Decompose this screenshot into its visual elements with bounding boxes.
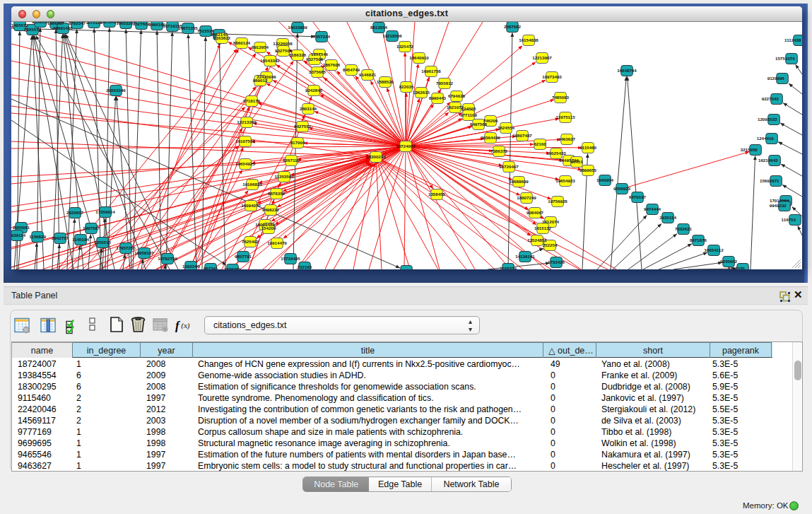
svg-text:1325472: 1325472	[396, 44, 414, 49]
svg-text:7625402: 7625402	[242, 239, 259, 244]
svg-text:7163822: 7163822	[213, 35, 231, 40]
svg-text:1733426: 1733426	[548, 259, 565, 264]
svg-text:1112438: 1112438	[784, 37, 801, 42]
svg-text:12213369: 12213369	[237, 119, 257, 124]
svg-text:10654112: 10654112	[704, 247, 724, 252]
svg-text:8813054: 8813054	[370, 25, 388, 30]
svg-text:9084067: 9084067	[526, 210, 544, 215]
svg-text:16154838: 16154838	[519, 37, 539, 42]
svg-text:9327508: 9327508	[306, 57, 324, 62]
svg-text:10807487: 10807487	[512, 133, 532, 138]
svg-text:20691406: 20691406	[53, 25, 73, 30]
svg-text:16094070: 16094070	[241, 203, 261, 208]
svg-text:1257546: 1257546	[311, 52, 329, 57]
svg-text:9242848: 9242848	[305, 88, 323, 93]
svg-text:16648764: 16648764	[617, 68, 637, 73]
svg-text:9115460: 9115460	[579, 145, 596, 150]
svg-text:989012: 989012	[253, 78, 268, 83]
svg-text:7357224: 7357224	[313, 34, 331, 39]
svg-text:9146821: 9146821	[359, 72, 377, 77]
svg-text:2718176: 2718176	[243, 98, 261, 103]
svg-text:16914479: 16914479	[267, 240, 287, 245]
svg-text:2020657: 2020657	[66, 210, 84, 215]
svg-text:1615132: 1615132	[534, 226, 552, 230]
svg-text:3215958: 3215958	[741, 147, 758, 152]
svg-text:1527602: 1527602	[133, 22, 151, 26]
svg-text:8186328: 8186328	[289, 52, 307, 57]
svg-text:1156829: 1156829	[29, 234, 46, 239]
svg-text:9498222: 9498222	[262, 207, 280, 212]
svg-text:9558923: 9558923	[613, 186, 631, 191]
svg-text:2055572: 2055572	[24, 27, 42, 32]
svg-text:62160: 62160	[534, 141, 546, 146]
svg-text:124505: 124505	[461, 106, 476, 111]
svg-text:987341: 987341	[204, 266, 218, 269]
svg-text:3624554: 3624554	[498, 125, 515, 130]
svg-text:19654923: 19654923	[555, 178, 575, 183]
svg-text:8792347: 8792347	[69, 22, 86, 25]
svg-text:20053346: 20053346	[106, 88, 126, 93]
svg-text:12213967: 12213967	[532, 55, 552, 60]
svg-text:1250515: 1250515	[94, 240, 112, 245]
svg-text:16107552: 16107552	[235, 139, 255, 144]
svg-text:18300213: 18300213	[366, 154, 386, 159]
svg-text:7386372: 7386372	[490, 148, 508, 153]
svg-text:15720407: 15720407	[499, 164, 519, 169]
svg-text:8878352: 8878352	[268, 191, 286, 196]
svg-text:2055061: 2055061	[13, 225, 30, 230]
svg-text:2867608: 2867608	[323, 62, 341, 67]
svg-text:16961758: 16961758	[421, 69, 441, 74]
svg-text:18724007: 18724007	[396, 144, 416, 148]
svg-text:116753: 116753	[782, 217, 796, 222]
svg-text:(x): (x)	[181, 321, 190, 330]
svg-text:13524851: 13524851	[527, 238, 547, 243]
svg-text:154209: 154209	[261, 226, 276, 230]
svg-text:19654925: 19654925	[235, 161, 255, 166]
svg-text:7485063: 7485063	[552, 95, 570, 100]
svg-text:1640954: 1640954	[596, 177, 614, 182]
svg-text:1588520: 1588520	[377, 79, 394, 84]
svg-text:17359914: 17359914	[95, 209, 115, 214]
svg-text:12975115: 12975115	[555, 115, 575, 119]
svg-text:9899655: 9899655	[579, 168, 597, 173]
svg-text:1145194: 1145194	[72, 237, 89, 242]
svg-text:12093533: 12093533	[758, 117, 777, 122]
svg-text:252254: 252254	[543, 243, 558, 247]
svg-text:8267110: 8267110	[283, 158, 300, 163]
svg-text:2087682: 2087682	[504, 24, 522, 29]
svg-text:18807249: 18807249	[517, 195, 536, 200]
svg-text:1244419: 1244419	[757, 136, 775, 141]
svg-text:15692971: 15692971	[760, 178, 779, 183]
svg-text:1997587: 1997587	[83, 226, 100, 230]
svg-text:9857791: 9857791	[235, 254, 252, 259]
svg-text:1939114: 1939114	[11, 233, 25, 238]
svg-text:11353594: 11353594	[274, 174, 294, 179]
svg-text:19756928: 19756928	[548, 199, 567, 204]
svg-text:16671355: 16671355	[178, 25, 198, 30]
svg-text:732165: 732165	[298, 264, 312, 269]
svg-text:1028374: 1028374	[500, 266, 517, 269]
svg-text:9227343: 9227343	[762, 96, 779, 101]
svg-text:7632621: 7632621	[675, 226, 693, 231]
svg-text:19166825: 19166825	[242, 182, 262, 187]
svg-text:10958107: 10958107	[134, 250, 154, 255]
svg-text:9771109: 9771109	[460, 112, 477, 117]
svg-text:9129996: 9129996	[767, 76, 785, 81]
svg-text:16543342: 16543342	[260, 58, 280, 63]
svg-text:817004: 817004	[290, 140, 305, 145]
svg-text:822035: 822035	[399, 84, 414, 89]
svg-text:f: f	[175, 319, 181, 332]
svg-text:1612074: 1612074	[542, 219, 560, 224]
svg-text:8660124: 8660124	[233, 40, 251, 45]
svg-text:8471676: 8471676	[690, 238, 707, 243]
svg-text:10688609: 10688609	[509, 179, 529, 184]
svg-text:6479197: 6479197	[629, 194, 647, 199]
svg-text:8454749: 8454749	[343, 67, 360, 72]
svg-text:20364436: 20364436	[481, 135, 500, 140]
svg-text:8427552: 8427552	[294, 124, 312, 129]
svg-text:9245652: 9245652	[720, 259, 738, 264]
svg-text:9949232: 9949232	[770, 203, 787, 208]
svg-text:1362615: 1362615	[413, 90, 430, 95]
svg-text:10025433: 10025433	[546, 151, 566, 156]
svg-text:8127335: 8127335	[728, 266, 746, 269]
